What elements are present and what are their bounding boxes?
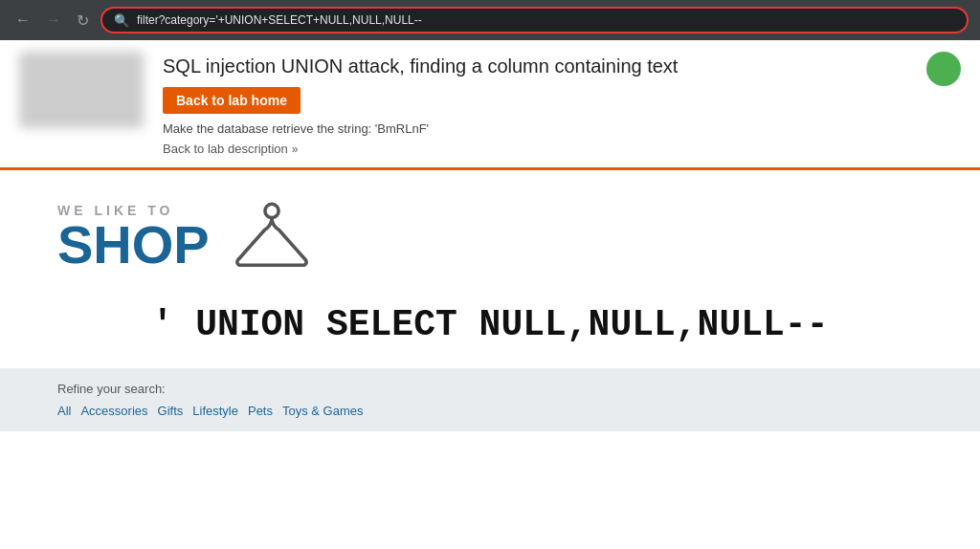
lab-title: SQL injection UNION attack, finding a co… — [163, 55, 907, 77]
user-avatar — [926, 52, 961, 86]
back-to-desc-label: Back to lab description — [163, 142, 288, 156]
back-button[interactable]: ← — [11, 8, 34, 33]
lab-info: SQL injection UNION attack, finding a co… — [163, 52, 907, 156]
svg-point-0 — [265, 204, 278, 217]
lab-logo-image — [19, 52, 144, 128]
filter-link-all[interactable]: All — [57, 404, 71, 418]
filter-link-lifestyle[interactable]: Lifestyle — [192, 404, 238, 418]
filter-link-pets[interactable]: Pets — [248, 404, 273, 418]
filter-link-toys-games[interactable]: Toys & Games — [282, 404, 364, 418]
refine-area: Refine your search: AllAccessoriesGiftsL… — [0, 368, 980, 431]
filter-link-gifts[interactable]: Gifts — [158, 404, 184, 418]
lab-instruction: Make the database retrieve the string: '… — [163, 121, 907, 136]
shop-logo-area: WE LIKE TO SHOP — [57, 199, 923, 275]
filter-links: AllAccessoriesGiftsLifestylePetsToys & G… — [57, 404, 961, 418]
injection-output: ' UNION SELECT NULL,NULL,NULL-- — [57, 304, 923, 345]
back-arrow: » — [292, 143, 299, 156]
filter-link-accessories[interactable]: Accessories — [80, 404, 147, 418]
back-to-lab-button[interactable]: Back to lab home — [163, 87, 301, 114]
shop-text: WE LIKE TO SHOP — [57, 203, 210, 272]
forward-button[interactable]: → — [42, 8, 65, 33]
browser-chrome: ← → ↻ 🔍 filter?category='+UNION+SELECT+N… — [0, 0, 980, 40]
shop-brand: SHOP — [57, 218, 210, 272]
refine-label: Refine your search: — [57, 382, 961, 396]
back-to-description-link[interactable]: Back to lab description » — [163, 142, 907, 156]
lab-banner: SQL injection UNION attack, finding a co… — [0, 40, 980, 170]
url-text: filter?category='+UNION+SELECT+NULL,NULL… — [137, 13, 955, 27]
hanger-icon — [229, 199, 315, 275]
search-icon: 🔍 — [114, 13, 129, 28]
address-bar[interactable]: 🔍 filter?category='+UNION+SELECT+NULL,NU… — [100, 7, 969, 33]
reload-button[interactable]: ↻ — [73, 8, 93, 33]
shop-content: WE LIKE TO SHOP ' UNION SELECT NULL,NULL… — [0, 170, 980, 450]
